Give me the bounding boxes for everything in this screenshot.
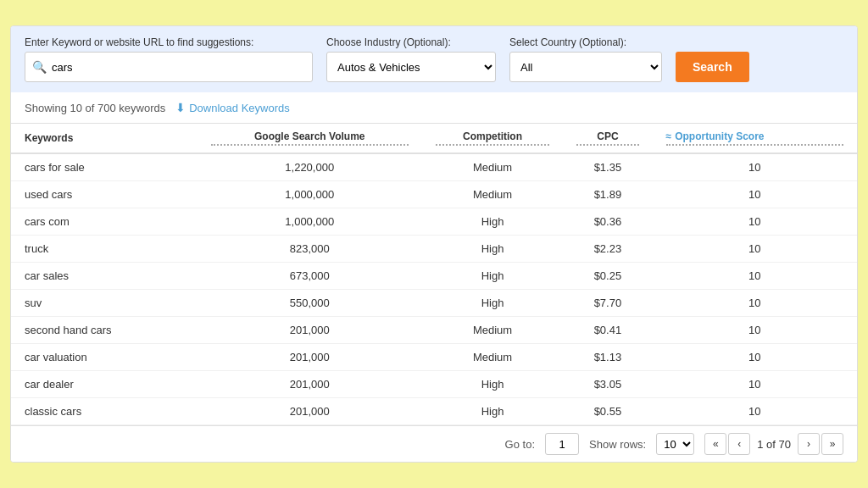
table-footer: Go to: Show rows: 10 25 50 « ‹ 1 of 70 ›… [11, 425, 857, 462]
cell-competition: Medium [422, 153, 563, 181]
keyword-label: Enter Keyword or website URL to find sug… [25, 36, 313, 48]
country-label: Select Country (Optional): [509, 36, 662, 48]
cell-score: 10 [653, 263, 857, 290]
country-select[interactable]: All [509, 52, 662, 82]
table-row: car sales 673,000 High $0.25 10 [11, 263, 857, 290]
cell-cpc: $1.89 [563, 181, 652, 208]
cell-cpc: $0.41 [563, 317, 652, 344]
cell-cpc: $3.05 [563, 371, 652, 398]
cell-score: 10 [653, 317, 857, 344]
table-row: classic cars 201,000 High $0.55 10 [11, 398, 857, 425]
col-volume: Google Search Volume [198, 124, 422, 154]
cell-keyword: used cars [11, 181, 198, 208]
wave-icon: ≈ [666, 130, 672, 142]
keyword-input[interactable] [52, 61, 305, 74]
keyword-input-wrapper: 🔍 [25, 52, 313, 82]
cell-volume: 1,000,000 [198, 181, 422, 208]
industry-label: Choose Industry (Optional): [326, 36, 496, 48]
cell-competition: High [422, 371, 563, 398]
col-cpc: CPC [563, 124, 652, 154]
goto-label: Go to: [505, 438, 535, 451]
next-page-button[interactable]: › [798, 433, 820, 455]
cell-cpc: $0.25 [563, 263, 652, 290]
showing-text: Showing 10 of 700 keywords [25, 102, 165, 114]
cell-keyword: car dealer [11, 371, 198, 398]
cell-score: 10 [653, 208, 857, 236]
cell-keyword: car valuation [11, 344, 198, 371]
download-icon: ⬇ [175, 101, 186, 114]
cell-competition: High [422, 290, 563, 317]
table-header: Showing 10 of 700 keywords ⬇ Download Ke… [11, 92, 857, 123]
prev-page-button[interactable]: ‹ [728, 433, 750, 455]
pagination: « ‹ 1 of 70 › » [704, 433, 843, 455]
cell-volume: 1,220,000 [198, 153, 422, 181]
col-opportunity: ≈ Opportunity Score [653, 124, 857, 154]
cell-score: 10 [653, 181, 857, 208]
main-container: Enter Keyword or website URL to find sug… [10, 25, 858, 463]
cell-volume: 201,000 [198, 398, 422, 425]
cell-score: 10 [653, 344, 857, 371]
industry-select[interactable]: Autos & Vehicles [326, 52, 496, 82]
cell-competition: Medium [422, 344, 563, 371]
search-icon: 🔍 [32, 60, 47, 74]
cell-cpc: $0.36 [563, 208, 652, 236]
cell-volume: 823,000 [198, 236, 422, 263]
search-button[interactable]: Search [676, 52, 749, 82]
cell-competition: Medium [422, 317, 563, 344]
cell-cpc: $2.23 [563, 236, 652, 263]
table-row: cars com 1,000,000 High $0.36 10 [11, 208, 857, 236]
cell-competition: Medium [422, 181, 563, 208]
col-keywords: Keywords [11, 124, 198, 154]
cell-keyword: truck [11, 236, 198, 263]
keywords-table: Keywords Google Search Volume Competitio… [11, 123, 857, 425]
cell-competition: High [422, 398, 563, 425]
col-competition: Competition [422, 124, 563, 154]
industry-group: Choose Industry (Optional): Autos & Vehi… [326, 36, 496, 82]
cell-competition: High [422, 236, 563, 263]
cell-keyword: suv [11, 290, 198, 317]
cell-score: 10 [653, 290, 857, 317]
cell-score: 10 [653, 236, 857, 263]
table-row: cars for sale 1,220,000 Medium $1.35 10 [11, 153, 857, 181]
cell-cpc: $7.70 [563, 290, 652, 317]
cell-score: 10 [653, 398, 857, 425]
cell-cpc: $1.35 [563, 153, 652, 181]
cell-volume: 673,000 [198, 263, 422, 290]
last-page-button[interactable]: » [821, 433, 843, 455]
cell-score: 10 [653, 371, 857, 398]
rows-select[interactable]: 10 25 50 [656, 433, 694, 455]
cell-volume: 1,000,000 [198, 208, 422, 236]
keyword-group: Enter Keyword or website URL to find sug… [25, 36, 313, 82]
cell-competition: High [422, 263, 563, 290]
show-rows-label: Show rows: [589, 438, 646, 451]
goto-input[interactable] [545, 433, 579, 455]
cell-cpc: $1.13 [563, 344, 652, 371]
cell-score: 10 [653, 153, 857, 181]
cell-volume: 550,000 [198, 290, 422, 317]
table-row: car dealer 201,000 High $3.05 10 [11, 371, 857, 398]
cell-volume: 201,000 [198, 317, 422, 344]
table-row: suv 550,000 High $7.70 10 [11, 290, 857, 317]
table-row: second hand cars 201,000 Medium $0.41 10 [11, 317, 857, 344]
download-keywords-link[interactable]: ⬇ Download Keywords [175, 101, 290, 114]
cell-volume: 201,000 [198, 344, 422, 371]
cell-keyword: cars for sale [11, 153, 198, 181]
page-info: 1 of 70 [752, 438, 796, 451]
cell-keyword: car sales [11, 263, 198, 290]
cell-competition: High [422, 208, 563, 236]
table-row: used cars 1,000,000 Medium $1.89 10 [11, 181, 857, 208]
table-row: car valuation 201,000 Medium $1.13 10 [11, 344, 857, 371]
cell-keyword: cars com [11, 208, 198, 236]
cell-volume: 201,000 [198, 371, 422, 398]
cell-cpc: $0.55 [563, 398, 652, 425]
table-row: truck 823,000 High $2.23 10 [11, 236, 857, 263]
cell-keyword: classic cars [11, 398, 198, 425]
download-label: Download Keywords [189, 102, 290, 114]
cell-keyword: second hand cars [11, 317, 198, 344]
search-bar: Enter Keyword or website URL to find sug… [11, 26, 857, 92]
country-group: Select Country (Optional): All [509, 36, 662, 82]
first-page-button[interactable]: « [704, 433, 726, 455]
